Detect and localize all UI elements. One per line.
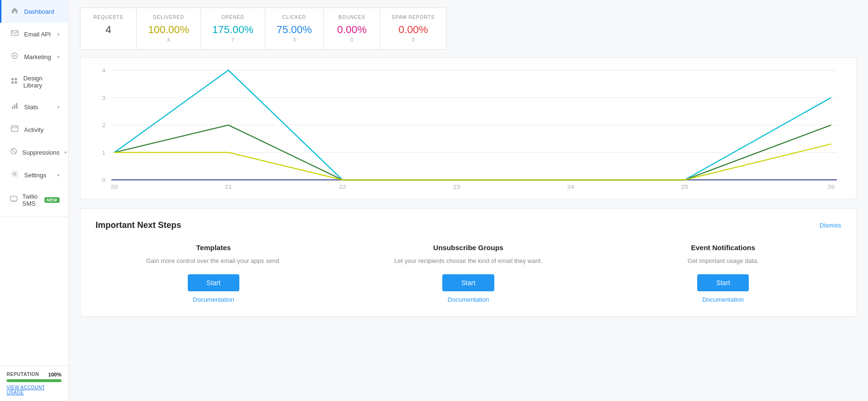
stat-label: OPENED	[212, 15, 254, 20]
design-library-icon	[10, 77, 18, 87]
stat-card-spam-reports: SPAM REPORTS 0.00% 0	[380, 8, 447, 50]
step-title: Event Notifications	[605, 244, 841, 252]
settings-icon	[10, 170, 19, 180]
doc-link-unsubscribe-groups[interactable]: Documentation	[351, 296, 587, 303]
stat-sub: 3	[277, 37, 312, 43]
reputation-bar-bg	[7, 379, 61, 382]
view-account-link[interactable]: VIEW ACCOUNT USAGE	[7, 385, 61, 395]
expand-icon: ▾	[64, 150, 67, 155]
step-card-event-notifications: Event Notifications Get important usage …	[605, 244, 841, 303]
svg-rect-7	[12, 106, 13, 109]
stats-bar: REQUESTS 4 DELIVERED 100.00% 4 OPENED 17…	[69, 0, 868, 50]
doc-link-event-notifications[interactable]: Documentation	[605, 296, 841, 303]
svg-rect-6	[15, 81, 17, 84]
step-desc: Get important usage data.	[605, 256, 841, 266]
sidebar-bottom: REPUTATION 100% VIEW ACCOUNT USAGE	[0, 366, 68, 401]
stat-label: REQUESTS	[92, 15, 125, 20]
step-card-templates: Templates Gain more control over the ema…	[96, 244, 332, 303]
svg-text:24: 24	[567, 184, 574, 190]
step-desc: Gain more control over the email your ap…	[96, 256, 332, 266]
step-title: Templates	[96, 244, 332, 252]
chart-container: 4 3 2 1 0 20 21 22 23 24 25 26	[80, 57, 857, 199]
step-title: Unsubscribe Groups	[351, 244, 587, 252]
svg-text:1: 1	[102, 150, 106, 156]
sidebar-item-label: Email API	[24, 31, 51, 38]
reputation-label: REPUTATION	[7, 372, 39, 377]
dashboard-icon	[10, 7, 19, 16]
stat-label: SPAM REPORTS	[392, 15, 435, 20]
stat-label: CLICKED	[277, 15, 312, 20]
new-badge: NEW	[44, 197, 60, 203]
start-button-unsubscribe-groups[interactable]: Start	[442, 274, 494, 291]
expand-icon: ▾	[57, 105, 60, 110]
sidebar-item-label: Dashboard	[24, 8, 54, 15]
stat-card-bounces: BOUNCES 0.00% 0	[324, 8, 380, 50]
stat-sub: 0	[392, 37, 435, 43]
svg-point-2	[14, 55, 16, 57]
stat-card-opened: OPENED 175.00% 7	[201, 8, 265, 50]
next-steps-title: Important Next Steps	[96, 220, 181, 230]
start-button-event-notifications[interactable]: Start	[697, 274, 749, 291]
svg-rect-3	[11, 78, 14, 80]
sidebar-item-suppressions[interactable]: Suppressions ▾	[0, 141, 68, 164]
svg-rect-5	[11, 81, 14, 84]
email-api-icon	[10, 29, 19, 39]
sidebar-item-label: Activity	[24, 126, 44, 133]
step-card-unsubscribe-groups: Unsubscribe Groups Let your recipients c…	[351, 244, 587, 303]
sidebar-item-dashboard[interactable]: Dashboard	[0, 0, 68, 23]
svg-rect-8	[14, 105, 16, 109]
stats-icon	[10, 102, 19, 112]
svg-text:23: 23	[453, 184, 460, 190]
stat-value: 175.00%	[212, 24, 254, 36]
svg-rect-9	[16, 103, 18, 109]
doc-link-templates[interactable]: Documentation	[96, 296, 332, 303]
stat-value: 0.00%	[335, 24, 368, 36]
twilio-sms-icon	[10, 195, 18, 205]
svg-rect-14	[10, 196, 17, 201]
sidebar-item-label: Stats	[24, 104, 38, 111]
svg-text:4: 4	[102, 68, 106, 74]
sidebar-item-stats[interactable]: Stats ▾	[0, 96, 68, 118]
sidebar-item-label: Twilio SMS	[22, 193, 38, 207]
next-steps-section: Important Next Steps Dismiss Templates G…	[80, 209, 857, 317]
suppressions-icon	[10, 148, 18, 157]
stat-value: 100.00%	[148, 24, 189, 36]
stat-value: 0.00%	[392, 24, 435, 36]
start-button-templates[interactable]: Start	[188, 274, 240, 291]
svg-text:21: 21	[225, 184, 232, 190]
sidebar-item-email-api[interactable]: Email API ▾	[0, 23, 68, 45]
stat-card-delivered: DELIVERED 100.00% 4	[137, 8, 201, 50]
svg-text:20: 20	[111, 184, 118, 190]
stat-value: 75.00%	[277, 24, 312, 36]
sidebar-item-design-library[interactable]: Design Library	[0, 68, 68, 96]
svg-rect-0	[11, 31, 18, 35]
step-desc: Let your recipients choose the kind of e…	[351, 256, 587, 266]
stat-sub: 0	[335, 37, 368, 43]
marketing-icon	[10, 52, 19, 61]
svg-text:25: 25	[681, 184, 688, 190]
svg-rect-10	[11, 126, 18, 131]
svg-text:22: 22	[339, 184, 346, 190]
stat-sub: 7	[212, 37, 254, 43]
svg-text:26: 26	[827, 184, 834, 190]
svg-text:2: 2	[102, 122, 106, 129]
sidebar-item-label: Marketing	[24, 53, 51, 61]
reputation-bar-fill	[7, 379, 61, 382]
expand-icon: ▾	[57, 54, 60, 60]
sidebar-item-label: Settings	[24, 172, 46, 179]
svg-text:3: 3	[102, 95, 106, 101]
sidebar-item-label: Design Library	[23, 75, 60, 89]
sidebar-item-label: Suppressions	[22, 149, 60, 156]
sidebar-item-twilio-sms[interactable]: Twilio SMS NEW	[0, 186, 68, 214]
dismiss-button[interactable]: Dismiss	[820, 222, 842, 229]
stat-sub: 4	[148, 37, 189, 43]
expand-icon: ▾	[57, 32, 60, 37]
next-steps-header: Important Next Steps Dismiss	[96, 220, 841, 230]
stat-card-requests: REQUESTS 4	[80, 8, 137, 50]
sidebar-item-marketing[interactable]: Marketing ▾	[0, 45, 68, 68]
sidebar-item-activity[interactable]: Activity	[0, 118, 68, 141]
activity-icon	[10, 125, 19, 134]
svg-line-12	[12, 149, 16, 153]
stat-value: 4	[92, 24, 125, 36]
sidebar-item-settings[interactable]: Settings ▾	[0, 164, 68, 186]
